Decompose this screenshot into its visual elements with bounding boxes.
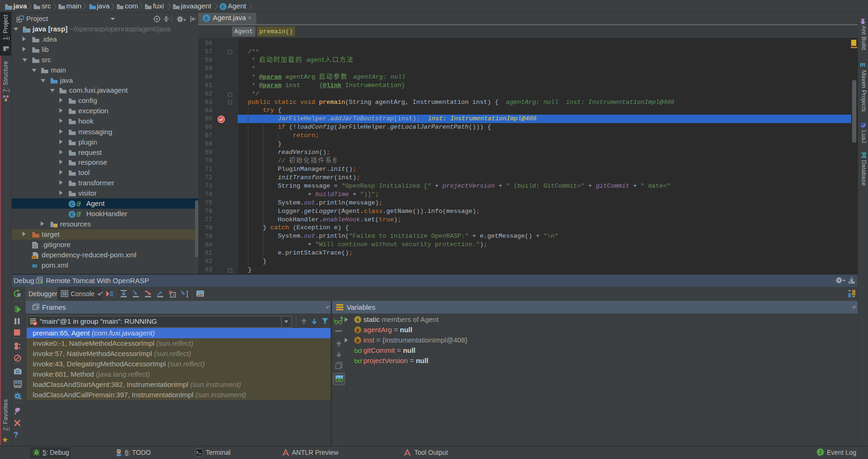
svg-text:p: p <box>356 328 359 333</box>
svg-text:C: C <box>71 212 74 218</box>
svg-text:C: C <box>205 16 208 22</box>
svg-text:C: C <box>71 202 74 207</box>
svg-text:?: ? <box>14 431 18 439</box>
svg-text:<>: <> <box>32 255 36 259</box>
svg-text:2: 2 <box>819 450 822 455</box>
svg-text:C: C <box>222 4 225 10</box>
svg-text:p: p <box>356 338 359 343</box>
svg-text:s: s <box>356 318 359 323</box>
svg-text:m: m <box>32 262 37 269</box>
